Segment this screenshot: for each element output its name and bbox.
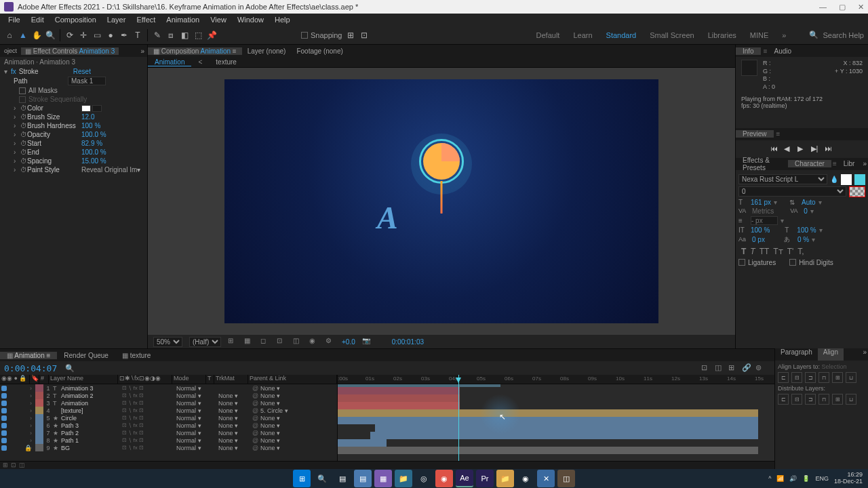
search-help-text[interactable]: Search Help bbox=[823, 31, 864, 39]
layer-name[interactable]: Path 1 bbox=[61, 437, 122, 444]
layer-color[interactable] bbox=[35, 384, 43, 392]
layer-lock-icon[interactable]: 🔒 bbox=[24, 445, 30, 451]
rect-tool[interactable]: ▭ bbox=[92, 30, 102, 41]
exposure-value[interactable]: +0.0 bbox=[342, 338, 355, 346]
layer-name[interactable]: BG bbox=[61, 445, 122, 451]
search-icon[interactable]: 🔍 bbox=[809, 30, 818, 39]
subtab-texture[interactable]: texture bbox=[209, 58, 243, 66]
footer-icon-1[interactable]: ⊞ bbox=[3, 462, 8, 469]
panel-overflow-icon[interactable]: » bbox=[138, 47, 147, 55]
tl-icon-4[interactable]: 🔗 bbox=[742, 363, 751, 373]
layer-parent[interactable]: None ▾ bbox=[260, 415, 308, 422]
pen-tool[interactable]: ✒ bbox=[119, 30, 130, 41]
allcaps-button[interactable]: TT bbox=[760, 247, 770, 256]
pickwhip-icon[interactable]: @ bbox=[252, 400, 260, 407]
prop-stopwatch-icon[interactable]: ⏱ bbox=[20, 140, 27, 147]
align-overflow-icon[interactable]: » bbox=[861, 348, 868, 361]
pickwhip-icon[interactable]: @ bbox=[252, 430, 260, 436]
mask-icon[interactable]: ◻ bbox=[260, 337, 270, 346]
layer-tab[interactable]: Layer (none) bbox=[242, 47, 292, 55]
layer-row[interactable]: ›7★Path 2⊡ ∖ fx ⊡Normal ▾None ▾@None ▾ bbox=[0, 429, 337, 436]
puppet-tool[interactable]: 📌 bbox=[206, 30, 217, 41]
timeline-timecode[interactable]: 0:00:04:07 bbox=[4, 363, 57, 373]
taskbar-app-8[interactable]: ◫ bbox=[557, 470, 575, 487]
layer-parent[interactable]: None ▾ bbox=[260, 430, 308, 436]
layer-color[interactable] bbox=[35, 414, 43, 422]
prop-stopwatch-icon[interactable]: ⏱ bbox=[20, 131, 27, 138]
tl-tab-render[interactable]: Render Queue bbox=[57, 352, 115, 359]
layer-mode[interactable]: Normal ▾ bbox=[176, 385, 210, 392]
dist-1-icon[interactable]: ⊏ bbox=[778, 394, 789, 405]
color-picker-icon[interactable] bbox=[92, 105, 102, 112]
color-swatch[interactable] bbox=[81, 105, 91, 112]
fill-swatch[interactable] bbox=[841, 174, 852, 185]
ae-taskbar-icon[interactable]: Ae bbox=[456, 470, 473, 487]
taskbar-app-1[interactable]: ▤ bbox=[354, 470, 372, 487]
playhead[interactable] bbox=[458, 375, 459, 461]
fx-twirl-icon[interactable]: ▾ bbox=[4, 68, 11, 75]
comp-tab[interactable]: ▦ Composition Animation ≡ bbox=[148, 47, 242, 55]
pickwhip-icon[interactable]: @ bbox=[252, 385, 260, 392]
layer-color[interactable] bbox=[35, 392, 43, 399]
menu-effect[interactable]: Effect bbox=[131, 16, 161, 24]
layer-trkmat[interactable]: None ▾ bbox=[218, 422, 252, 429]
tray-wifi-icon[interactable]: 📶 bbox=[776, 475, 784, 482]
layer-switches[interactable]: ⊡ ∖ fx ⊡ bbox=[122, 437, 176, 443]
renderer-icon[interactable]: ⚙ bbox=[326, 337, 335, 346]
layer-name[interactable]: [texture] bbox=[61, 407, 122, 414]
res-select[interactable]: (Half) bbox=[189, 337, 221, 347]
smallcaps-button[interactable]: Tᴛ bbox=[773, 247, 783, 256]
character-tab[interactable]: Character bbox=[788, 160, 831, 167]
start-button[interactable]: ⊞ bbox=[293, 470, 311, 487]
libraries-tab[interactable]: Libr bbox=[837, 160, 862, 167]
layer-bar[interactable] bbox=[338, 417, 758, 424]
snap-checkbox[interactable] bbox=[301, 32, 308, 39]
prop-value[interactable]: 100.0 % bbox=[81, 131, 106, 138]
layer-mode[interactable]: Normal ▾ bbox=[176, 415, 210, 422]
prop-twirl-icon[interactable]: › bbox=[14, 157, 20, 165]
roto-tool[interactable]: ⬚ bbox=[193, 30, 203, 41]
last-frame-icon[interactable]: ⏭ bbox=[825, 144, 834, 154]
layer-trkmat[interactable]: None ▾ bbox=[218, 392, 252, 399]
layer-row[interactable]: ›4[texture]⊡ ∖ fx ⊡Normal ▾None ▾@5. Cir… bbox=[0, 407, 337, 414]
layer-bar[interactable] bbox=[375, 424, 758, 432]
layer-bar[interactable] bbox=[338, 402, 460, 409]
transparency-icon[interactable]: ◫ bbox=[293, 337, 302, 346]
menu-file[interactable]: File bbox=[3, 16, 26, 24]
tray-chevron-icon[interactable]: ^ bbox=[768, 475, 771, 482]
comp-canvas[interactable]: A bbox=[224, 79, 658, 323]
font-style-select[interactable]: 0 bbox=[738, 186, 846, 197]
pickwhip-icon[interactable]: @ bbox=[252, 407, 260, 414]
layer-name[interactable]: Circle bbox=[61, 415, 122, 422]
menu-view[interactable]: View bbox=[205, 16, 232, 24]
align-left-icon[interactable]: ⊏ bbox=[778, 372, 789, 383]
layer-mode[interactable]: Normal ▾ bbox=[176, 445, 210, 451]
snap-opt2-icon[interactable]: ⊡ bbox=[359, 30, 370, 41]
next-frame-icon[interactable]: ▶| bbox=[811, 144, 821, 154]
path-dropdown[interactable]: Mask 1 bbox=[68, 77, 106, 85]
layer-trkmat[interactable]: None ▾ bbox=[218, 407, 252, 414]
layer-visibility-icon[interactable] bbox=[1, 401, 7, 406]
grid-icon[interactable]: ⊞ bbox=[228, 337, 237, 346]
layer-mode[interactable]: Normal ▾ bbox=[176, 422, 210, 429]
layer-row[interactable]: ›3TAnimation⊡ ∖ fx ⊡Normal ▾None ▾@None … bbox=[0, 399, 337, 407]
layer-switches[interactable]: ⊡ ∖ fx ⊡ bbox=[122, 422, 176, 428]
prop-value[interactable]: 15.00 % bbox=[81, 157, 106, 165]
prop-twirl-icon[interactable]: › bbox=[14, 140, 20, 147]
paint-style-dropdown[interactable]: Reveal Original Im▾ bbox=[81, 166, 140, 174]
layer-bar[interactable] bbox=[338, 387, 460, 394]
prop-value[interactable]: 100 % bbox=[81, 122, 100, 129]
layer-switches[interactable]: ⊡ ∖ fx ⊡ bbox=[122, 407, 176, 413]
align-tab[interactable]: Align bbox=[818, 348, 844, 361]
prop-stopwatch-icon[interactable]: ⏱ bbox=[20, 113, 27, 121]
guides-icon[interactable]: ▦ bbox=[244, 337, 254, 346]
layer-name[interactable]: Animation 3 bbox=[61, 385, 122, 392]
layer-color[interactable] bbox=[35, 444, 43, 451]
ws-overflow-icon[interactable]: » bbox=[782, 31, 786, 39]
layer-color[interactable] bbox=[35, 422, 43, 429]
fx-stroke-name[interactable]: Stroke bbox=[19, 68, 73, 75]
layer-visibility-icon[interactable] bbox=[1, 423, 7, 428]
menu-layer[interactable]: Layer bbox=[102, 16, 132, 24]
vscale[interactable]: 100 % bbox=[751, 226, 770, 234]
pickwhip-icon[interactable]: @ bbox=[252, 415, 260, 422]
